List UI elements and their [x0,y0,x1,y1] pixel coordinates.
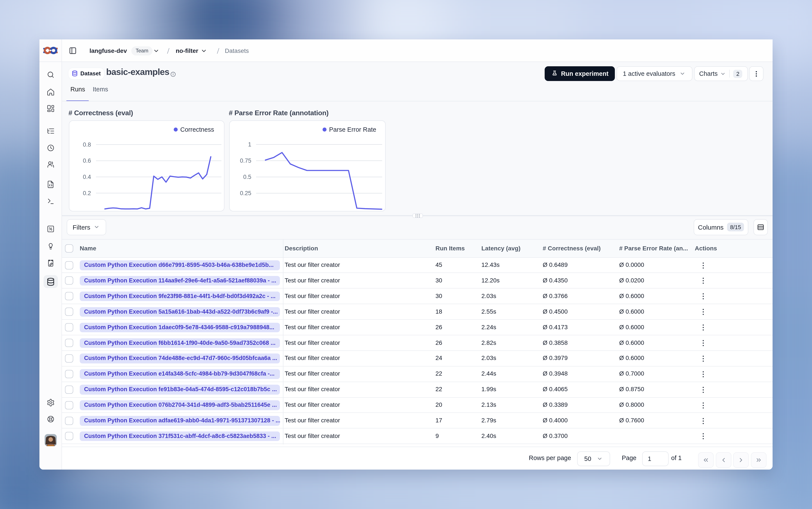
svg-text:Correctness: Correctness [180,126,214,133]
svg-text:0.4: 0.4 [82,173,91,180]
svg-text:0.75: 0.75 [240,157,251,164]
svg-text:1: 1 [248,141,251,147]
svg-text:0.25: 0.25 [240,190,251,196]
svg-text:0.2: 0.2 [82,190,91,196]
svg-text:Parse Error Rate: Parse Error Rate [329,126,376,133]
svg-text:0.5: 0.5 [243,173,251,180]
svg-text:0.6: 0.6 [82,157,91,164]
svg-text:0.8: 0.8 [82,141,91,148]
